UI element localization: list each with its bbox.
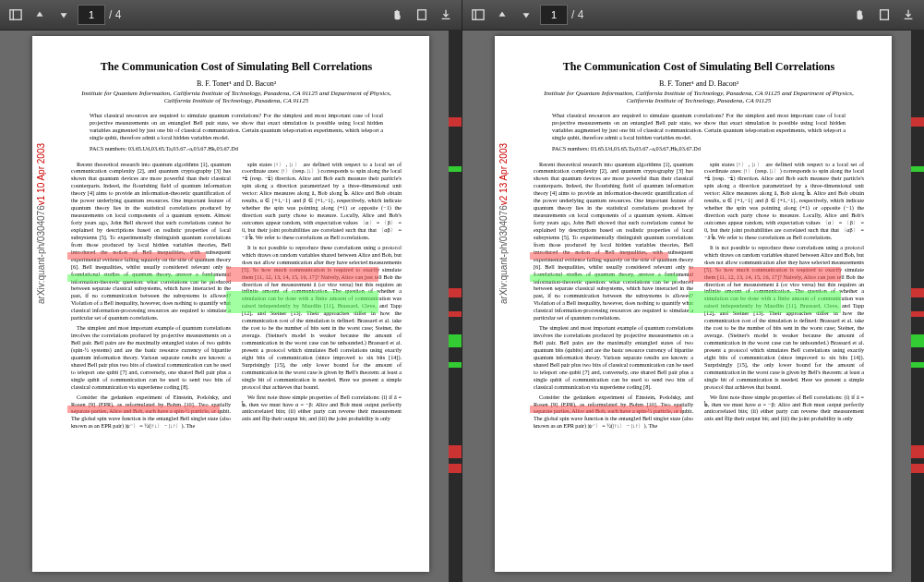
page-indicator: / 4 bbox=[78, 5, 121, 25]
page-input[interactable] bbox=[78, 5, 105, 25]
arxiv-sidelabel: arXiv:quant-ph/0304076v2 13 Apr 2003 bbox=[498, 143, 509, 304]
body-paragraph: It is not possible to reproduce these co… bbox=[242, 244, 402, 391]
left-pane: / 4 arXiv:quant-ph/0304076v1 10 Apr 2003… bbox=[0, 0, 462, 582]
hand-tool-icon[interactable] bbox=[388, 5, 408, 25]
svg-rect-3 bbox=[473, 10, 484, 20]
diff-marker[interactable] bbox=[449, 362, 462, 368]
right-pane: / 4 arXiv:quant-ph/0304076v2 13 Apr 2003… bbox=[462, 0, 924, 582]
page-total: / 4 bbox=[571, 8, 583, 21]
diff-marker[interactable] bbox=[911, 117, 924, 127]
diff-highlight bbox=[689, 267, 841, 282]
body-paragraph: The simplest and most important example … bbox=[71, 324, 231, 390]
svg-rect-5 bbox=[881, 10, 889, 20]
diff-highlight bbox=[67, 252, 206, 260]
diff-marker[interactable] bbox=[911, 311, 924, 317]
body-paragraph: It is not possible to reproduce these co… bbox=[704, 244, 864, 391]
left-page: arXiv:quant-ph/0304076v1 10 Apr 2003 The… bbox=[32, 36, 429, 572]
diff-highlight bbox=[530, 406, 682, 413]
right-toolbar: / 4 bbox=[462, 0, 924, 30]
diff-marker[interactable] bbox=[911, 445, 924, 458]
paper-title: The Communication Cost of Simulating Bel… bbox=[71, 60, 402, 74]
sidebar-toggle-icon[interactable] bbox=[6, 5, 26, 25]
right-viewport[interactable]: arXiv:quant-ph/0304076v2 13 Apr 2003 The… bbox=[462, 30, 924, 582]
left-diff-strip[interactable] bbox=[449, 30, 462, 582]
diff-marker[interactable] bbox=[911, 464, 924, 473]
paper-title: The Communication Cost of Simulating Bel… bbox=[534, 60, 864, 74]
diff-highlight bbox=[67, 274, 215, 282]
diff-marker[interactable] bbox=[449, 334, 462, 347]
body-paragraph: We first note three simple properties of… bbox=[704, 394, 864, 423]
page-indicator: / 4 bbox=[540, 5, 583, 25]
body-paragraph: The simplest and most important example … bbox=[534, 324, 693, 390]
diff-marker[interactable] bbox=[911, 362, 924, 368]
next-page-icon[interactable] bbox=[516, 5, 536, 25]
paper-affiliation: Institute for Quantum Information, Calif… bbox=[534, 90, 864, 104]
prev-page-icon[interactable] bbox=[492, 5, 512, 25]
paper-authors: B. F. Toner¹ and D. Bacon² bbox=[71, 79, 402, 88]
diff-marker[interactable] bbox=[911, 288, 924, 297]
svg-rect-0 bbox=[10, 10, 21, 20]
diff-highlight bbox=[530, 252, 668, 260]
diff-highlight bbox=[67, 406, 220, 413]
diff-marker[interactable] bbox=[911, 166, 924, 172]
body-paragraph: spin states |↑〉, |↓〉 are defined with re… bbox=[704, 161, 864, 241]
sidebar-toggle-icon[interactable] bbox=[468, 5, 488, 25]
paper-pacs: PACS numbers: 03.65.Ud,03.65.Ta,03.67.-a… bbox=[90, 145, 383, 152]
diff-marker[interactable] bbox=[911, 334, 924, 347]
body-paragraph: spin states |↑〉, |↓〉 are defined with re… bbox=[242, 161, 402, 241]
body-paragraph: We first note three simple properties of… bbox=[242, 394, 402, 423]
download-icon[interactable] bbox=[898, 5, 918, 25]
right-diff-strip[interactable] bbox=[911, 30, 924, 582]
paper-affiliation: Institute for Quantum Information, Calif… bbox=[71, 90, 402, 104]
diff-marker[interactable] bbox=[449, 464, 462, 473]
diff-highlight bbox=[226, 267, 378, 282]
page-total: / 4 bbox=[109, 8, 121, 21]
paper-pacs: PACS numbers: 03.65.Ud,03.65.Ta,03.67.-a… bbox=[552, 145, 846, 152]
diff-marker[interactable] bbox=[449, 288, 462, 297]
paper-abstract: What classical resources are required to… bbox=[552, 112, 846, 140]
fit-page-icon[interactable] bbox=[874, 5, 894, 25]
page-input[interactable] bbox=[540, 5, 568, 25]
body-paragraph: Recent theoretical research into quantum… bbox=[71, 161, 231, 322]
paper-authors: B. F. Toner¹ and D. Bacon² bbox=[534, 79, 864, 88]
diff-highlight bbox=[226, 291, 378, 313]
left-viewport[interactable]: arXiv:quant-ph/0304076v1 10 Apr 2003 The… bbox=[0, 30, 462, 582]
diff-highlight bbox=[689, 291, 841, 313]
arxiv-sidelabel: arXiv:quant-ph/0304076v1 10 Apr 2003 bbox=[36, 143, 46, 304]
diff-marker[interactable] bbox=[449, 166, 462, 172]
diff-highlight bbox=[530, 274, 678, 282]
download-icon[interactable] bbox=[436, 5, 456, 25]
diff-marker[interactable] bbox=[449, 311, 462, 317]
diff-marker[interactable] bbox=[449, 445, 462, 458]
diff-marker[interactable] bbox=[449, 117, 462, 127]
fit-page-icon[interactable] bbox=[412, 5, 432, 25]
prev-page-icon[interactable] bbox=[30, 5, 50, 25]
right-page: arXiv:quant-ph/0304076v2 13 Apr 2003 The… bbox=[495, 36, 892, 572]
paper-abstract: What classical resources are required to… bbox=[90, 112, 383, 140]
svg-rect-2 bbox=[418, 10, 426, 20]
next-page-icon[interactable] bbox=[54, 5, 74, 25]
body-paragraph: Recent theoretical research into quantum… bbox=[534, 161, 693, 322]
left-toolbar: / 4 bbox=[0, 0, 462, 30]
hand-tool-icon[interactable] bbox=[850, 5, 870, 25]
